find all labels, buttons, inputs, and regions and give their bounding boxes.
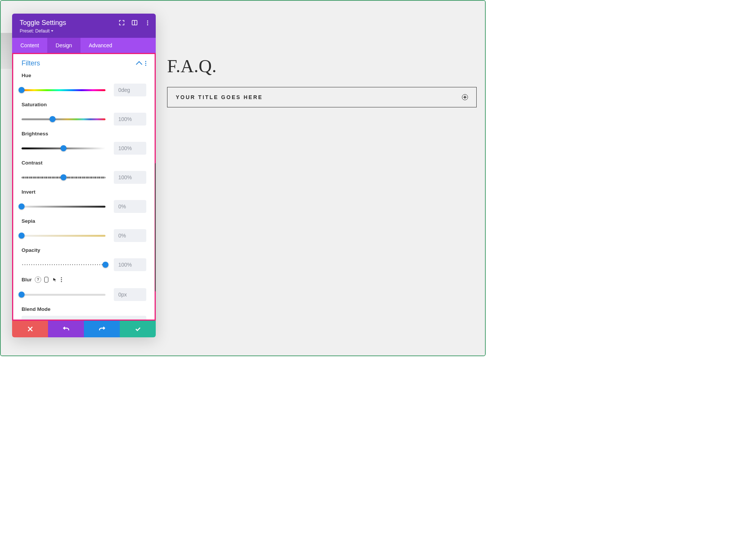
value-sepia[interactable]: 0% [114, 229, 146, 242]
slider-brightness[interactable] [22, 146, 105, 150]
control-sepia: Sepia 0% [22, 218, 146, 242]
section-title[interactable]: Filters [22, 59, 40, 67]
label-contrast: Contrast [22, 160, 146, 166]
control-saturation: Saturation 100% [22, 102, 146, 126]
caret-down-icon [51, 30, 53, 32]
value-contrast[interactable]: 100% [114, 171, 146, 184]
label-opacity: Opacity [22, 247, 146, 253]
control-blur: Blur ? 0px [22, 276, 146, 301]
panel-tabs: Content Design Advanced [12, 38, 156, 53]
redo-button[interactable] [84, 321, 120, 337]
save-button[interactable] [120, 321, 156, 337]
slider-contrast[interactable] [22, 175, 105, 179]
slider-thumb[interactable] [19, 87, 25, 93]
control-opacity: Opacity 100% [22, 247, 146, 271]
control-contrast: Contrast 100% [22, 160, 146, 184]
panel-body: Filters Hue 0deg [13, 54, 155, 320]
label-blur: Blur [22, 277, 32, 282]
label-invert: Invert [22, 189, 146, 195]
slider-thumb[interactable] [19, 292, 25, 298]
help-icon[interactable]: ? [35, 276, 41, 283]
value-saturation[interactable]: 100% [114, 113, 146, 126]
preset-dropdown[interactable]: Preset: Default [20, 28, 53, 34]
slider-blur[interactable] [22, 293, 105, 296]
label-brightness: Brightness [22, 131, 146, 137]
label-blend: Blend Mode [22, 306, 146, 312]
option-more-icon[interactable] [61, 276, 62, 283]
control-hue: Hue 0deg [22, 73, 146, 96]
undo-button[interactable] [48, 321, 84, 337]
panel-body-highlight: Filters Hue 0deg [12, 53, 156, 321]
slider-thumb[interactable] [60, 145, 67, 151]
split-view-icon[interactable] [132, 20, 138, 26]
select-blend[interactable]: Normal [22, 316, 146, 320]
preset-label: Preset: Default [20, 28, 50, 34]
value-opacity[interactable]: 100% [114, 258, 146, 271]
slider-invert[interactable] [22, 205, 105, 208]
label-saturation: Saturation [22, 102, 146, 107]
value-hue[interactable]: 0deg [114, 84, 146, 96]
value-invert[interactable]: 0% [114, 200, 146, 213]
hover-icon[interactable] [51, 276, 58, 283]
toggle-title: YOUR TITLE GOES HERE [176, 94, 263, 100]
page-preview: F.A.Q. YOUR TITLE GOES HERE [167, 56, 477, 107]
settings-panel: Toggle Settings Preset: Default Content … [12, 14, 156, 337]
faq-heading: F.A.Q. [167, 56, 477, 76]
cancel-button[interactable] [12, 321, 48, 337]
toggle-module[interactable]: YOUR TITLE GOES HERE [167, 87, 477, 107]
tab-design[interactable]: Design [47, 38, 81, 53]
slider-sepia[interactable] [22, 234, 105, 237]
slider-opacity[interactable] [22, 263, 105, 267]
slider-thumb[interactable] [19, 203, 25, 209]
control-blend: Blend Mode Normal [22, 306, 146, 320]
panel-scrollbar[interactable] [155, 163, 156, 292]
slider-saturation[interactable] [22, 117, 105, 121]
slider-thumb[interactable] [19, 233, 25, 239]
panel-footer [12, 321, 156, 337]
control-invert: Invert 0% [22, 189, 146, 213]
tab-advanced[interactable]: Advanced [81, 38, 121, 53]
slider-thumb[interactable] [60, 174, 67, 180]
tab-content[interactable]: Content [12, 38, 47, 53]
control-brightness: Brightness 100% [22, 131, 146, 155]
section-more-icon[interactable] [145, 61, 146, 66]
panel-header[interactable]: Toggle Settings Preset: Default [12, 14, 156, 38]
slider-thumb[interactable] [102, 262, 108, 268]
label-hue: Hue [22, 73, 146, 78]
value-brightness[interactable]: 100% [114, 142, 146, 155]
more-icon[interactable] [144, 20, 150, 26]
slider-hue[interactable] [22, 88, 105, 92]
background-smudge [1, 33, 12, 69]
value-blur[interactable]: 0px [114, 288, 146, 301]
expand-icon[interactable] [119, 20, 125, 26]
label-sepia: Sepia [22, 218, 146, 224]
select-blend-value: Normal [26, 319, 43, 320]
plus-icon[interactable] [462, 94, 468, 100]
responsive-icon[interactable] [44, 277, 48, 282]
slider-thumb[interactable] [50, 116, 56, 122]
collapse-icon[interactable] [136, 61, 143, 67]
